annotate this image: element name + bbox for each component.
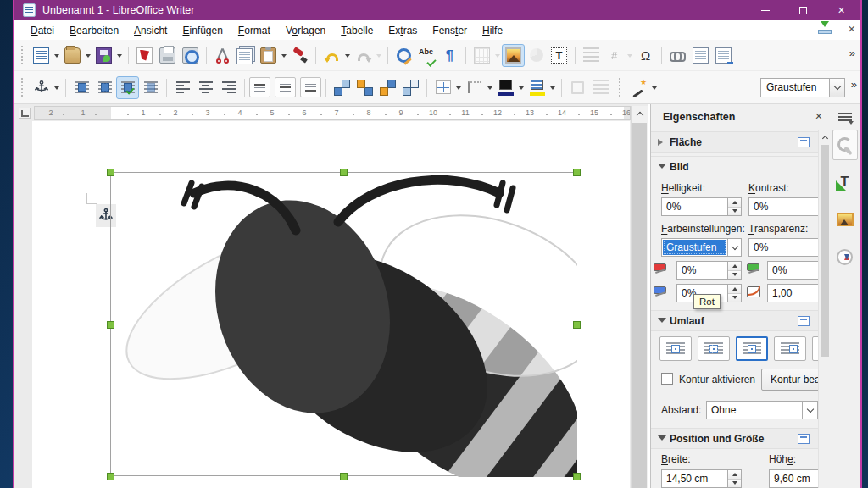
document-scrollbar[interactable] xyxy=(631,106,648,488)
dialog-launcher-icon[interactable] xyxy=(798,316,810,326)
image-filter-dropdown[interactable] xyxy=(650,76,659,99)
clone-formatting-button[interactable] xyxy=(288,44,311,67)
line-style-button[interactable] xyxy=(526,76,548,99)
menu-bearbeiten[interactable]: Bearbeiten xyxy=(62,22,126,39)
image-mode-dropdown-button[interactable] xyxy=(829,79,844,97)
width-field[interactable]: 14,50 cm xyxy=(661,469,742,488)
selection-handle[interactable] xyxy=(107,473,114,480)
dialog-launcher-icon[interactable] xyxy=(798,434,810,444)
align-right-button[interactable] xyxy=(217,76,240,99)
insert-table-dropdown[interactable] xyxy=(493,44,502,67)
formatting-marks-button[interactable]: ¶ xyxy=(438,44,461,67)
selected-image-frame[interactable] xyxy=(110,172,576,476)
section-position-groesse[interactable]: Position und Größe xyxy=(651,428,818,449)
close-document-button[interactable]: × xyxy=(848,22,855,35)
menu-format[interactable]: Format xyxy=(231,22,278,39)
brightness-field[interactable]: 0% xyxy=(661,197,742,216)
spellcheck-button[interactable]: Abc xyxy=(415,44,438,67)
selection-handle[interactable] xyxy=(340,169,348,176)
maximize-button[interactable] xyxy=(784,0,822,20)
spacing-dropdown-button[interactable] xyxy=(802,402,817,419)
borders-dropdown[interactable] xyxy=(486,76,494,99)
wrap-optimal-option[interactable] xyxy=(736,336,768,361)
find-replace-button[interactable] xyxy=(392,44,415,67)
menu-vorlagen[interactable]: Vorlagen xyxy=(278,22,333,39)
wrap-through-button[interactable] xyxy=(139,76,162,99)
sidebar-close-button[interactable]: × xyxy=(815,109,822,123)
toolbar-overflow-button[interactable]: » xyxy=(851,78,857,91)
hyperlink-button[interactable] xyxy=(666,44,689,67)
wrap-page-button[interactable] xyxy=(93,76,116,99)
tab-styles[interactable]: T xyxy=(832,167,858,197)
align-bottom-button[interactable] xyxy=(300,77,321,97)
gamma-field[interactable]: 1,00 xyxy=(767,284,818,302)
image-filter-button[interactable] xyxy=(627,76,650,99)
to-foreground-button[interactable] xyxy=(376,76,399,99)
align-middle-button[interactable] xyxy=(275,77,296,97)
height-field[interactable]: 9,60 cm xyxy=(769,469,818,488)
minimize-button[interactable] xyxy=(746,0,784,20)
update-available-icon[interactable] xyxy=(817,21,832,35)
copy-button[interactable] xyxy=(234,44,257,67)
print-button[interactable] xyxy=(156,44,179,67)
color-mode-dropdown-button[interactable] xyxy=(727,239,741,256)
color-mode-combobox[interactable]: Graustufen xyxy=(661,238,742,257)
menu-tabelle[interactable]: Tabelle xyxy=(333,22,381,39)
wrap-optimal-button[interactable] xyxy=(116,76,139,99)
insert-textbox-button[interactable]: T xyxy=(548,44,570,67)
width-spinner[interactable] xyxy=(727,470,741,487)
new-document-button[interactable] xyxy=(30,44,53,67)
selection-handle[interactable] xyxy=(340,473,348,480)
contour-checkbox-label[interactable]: Kontur aktivieren xyxy=(679,374,755,385)
new-document-dropdown[interactable] xyxy=(53,44,61,67)
wrap-parallel-option[interactable] xyxy=(698,336,730,361)
close-button[interactable]: × xyxy=(822,0,860,20)
red-field[interactable]: 0% xyxy=(676,261,742,280)
tab-navigator[interactable] xyxy=(832,241,858,272)
toolbar-grip[interactable] xyxy=(21,46,25,64)
sidebar-scroll-up-button[interactable] xyxy=(819,130,831,143)
tab-gallery[interactable] xyxy=(832,204,858,235)
anchor-button[interactable] xyxy=(30,76,53,99)
contrast-field[interactable]: 0% xyxy=(748,197,818,216)
menu-datei[interactable]: Datei xyxy=(23,22,62,39)
wrap-none-option[interactable] xyxy=(659,336,692,361)
borders-button[interactable] xyxy=(463,76,486,99)
selection-handle[interactable] xyxy=(107,169,114,176)
print-preview-button[interactable] xyxy=(179,44,202,67)
border-color-button[interactable] xyxy=(494,76,517,99)
open-dropdown[interactable] xyxy=(84,44,92,67)
image-mode-combobox[interactable]: Graustufen xyxy=(760,78,845,97)
export-pdf-button[interactable] xyxy=(133,44,156,67)
insert-table-button[interactable] xyxy=(470,44,493,67)
border-color-dropdown[interactable] xyxy=(517,76,526,99)
tab-stop-selector[interactable] xyxy=(19,108,31,119)
send-to-back-button[interactable] xyxy=(353,76,376,99)
align-center-button[interactable] xyxy=(194,76,217,99)
selection-handle[interactable] xyxy=(107,321,114,329)
endnote-button[interactable] xyxy=(712,44,735,67)
undo-button[interactable] xyxy=(320,44,343,67)
cut-button[interactable] xyxy=(211,44,234,67)
to-background-button[interactable] xyxy=(399,76,422,99)
transparency-field[interactable]: 0% xyxy=(748,238,818,257)
red-spinner[interactable] xyxy=(727,262,741,279)
toolbar-grip[interactable] xyxy=(619,78,622,97)
selection-handle[interactable] xyxy=(573,473,581,480)
section-umlauf[interactable]: Umlauf xyxy=(651,310,818,331)
sidebar-scrollbar-thumb[interactable] xyxy=(821,145,829,357)
blue-spinner[interactable] xyxy=(727,285,741,302)
wrap-off-button[interactable] xyxy=(70,76,93,99)
bring-to-front-button[interactable] xyxy=(331,76,353,99)
line-style-dropdown[interactable] xyxy=(548,76,557,99)
align-left-button[interactable] xyxy=(171,76,194,99)
align-top-button[interactable] xyxy=(249,77,270,97)
selection-handle[interactable] xyxy=(573,169,581,176)
scroll-up-button[interactable] xyxy=(632,106,648,121)
open-button[interactable] xyxy=(61,44,84,67)
special-character-button[interactable]: Ω xyxy=(634,44,657,67)
menu-einfuegen[interactable]: Einfügen xyxy=(175,22,230,39)
footnote-button[interactable] xyxy=(689,44,712,67)
section-bild[interactable]: Bild xyxy=(651,156,818,177)
tab-properties[interactable] xyxy=(832,130,858,160)
